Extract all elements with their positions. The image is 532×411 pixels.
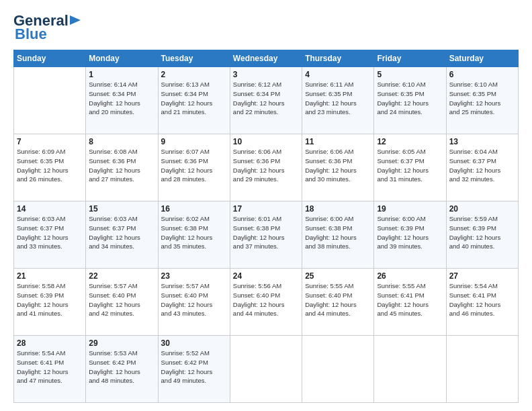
day-number: 29: [89, 338, 154, 348]
calendar-cell: 28Sunrise: 5:54 AMSunset: 6:41 PMDayligh…: [14, 336, 86, 403]
day-number: 9: [161, 137, 227, 146]
day-info: Sunrise: 6:04 AMSunset: 6:37 PMDaylight:…: [449, 147, 515, 184]
calendar-cell: 20Sunrise: 5:59 AMSunset: 6:39 PMDayligh…: [446, 201, 518, 269]
calendar-cell: 17Sunrise: 6:01 AMSunset: 6:38 PMDayligh…: [230, 201, 302, 269]
calendar-cell: 3Sunrise: 6:12 AMSunset: 6:34 PMDaylight…: [230, 67, 302, 134]
weekday-header-sunday: Sunday: [14, 50, 86, 67]
day-number: 23: [161, 271, 227, 281]
day-info: Sunrise: 5:56 AMSunset: 6:40 PMDaylight:…: [233, 281, 299, 318]
calendar-cell: 13Sunrise: 6:04 AMSunset: 6:37 PMDayligh…: [446, 134, 518, 201]
calendar-cell: 8Sunrise: 6:08 AMSunset: 6:36 PMDaylight…: [86, 134, 158, 201]
calendar-cell: 26Sunrise: 5:55 AMSunset: 6:41 PMDayligh…: [374, 269, 446, 336]
day-number: 1: [89, 70, 154, 79]
calendar-cell: [230, 336, 302, 403]
day-number: 4: [305, 70, 371, 79]
weekday-header-friday: Friday: [374, 50, 446, 67]
day-info: Sunrise: 6:08 AMSunset: 6:36 PMDaylight:…: [89, 147, 154, 184]
calendar-cell: [446, 336, 518, 403]
logo: General Blue: [13, 12, 82, 43]
calendar-cell: 30Sunrise: 5:52 AMSunset: 6:42 PMDayligh…: [158, 336, 230, 403]
day-info: Sunrise: 6:06 AMSunset: 6:36 PMDaylight:…: [305, 147, 371, 184]
day-info: Sunrise: 6:01 AMSunset: 6:38 PMDaylight:…: [233, 214, 299, 251]
day-number: 14: [17, 204, 83, 214]
logo-blue: Blue: [15, 26, 47, 43]
weekday-header-monday: Monday: [86, 50, 158, 67]
calendar-cell: 23Sunrise: 5:57 AMSunset: 6:40 PMDayligh…: [158, 269, 230, 336]
day-number: 22: [89, 271, 154, 281]
calendar-cell: [374, 336, 446, 403]
calendar-cell: 25Sunrise: 5:55 AMSunset: 6:40 PMDayligh…: [302, 269, 374, 336]
day-info: Sunrise: 5:57 AMSunset: 6:40 PMDaylight:…: [89, 281, 154, 318]
week-row-1: 1Sunrise: 6:14 AMSunset: 6:34 PMDaylight…: [14, 67, 519, 134]
day-info: Sunrise: 6:14 AMSunset: 6:34 PMDaylight:…: [89, 80, 154, 117]
calendar-cell: 21Sunrise: 5:58 AMSunset: 6:39 PMDayligh…: [14, 269, 86, 336]
day-info: Sunrise: 5:58 AMSunset: 6:39 PMDaylight:…: [17, 281, 83, 318]
calendar-cell: 11Sunrise: 6:06 AMSunset: 6:36 PMDayligh…: [302, 134, 374, 201]
day-number: 26: [377, 271, 443, 281]
calendar-cell: 4Sunrise: 6:11 AMSunset: 6:35 PMDaylight…: [302, 67, 374, 134]
weekday-header-tuesday: Tuesday: [158, 50, 230, 67]
day-number: 7: [17, 137, 83, 146]
calendar-cell: 18Sunrise: 6:00 AMSunset: 6:38 PMDayligh…: [302, 201, 374, 269]
day-info: Sunrise: 6:13 AMSunset: 6:34 PMDaylight:…: [161, 80, 227, 117]
weekday-header-saturday: Saturday: [446, 50, 518, 67]
day-info: Sunrise: 5:55 AMSunset: 6:41 PMDaylight:…: [377, 281, 443, 318]
day-info: Sunrise: 6:11 AMSunset: 6:35 PMDaylight:…: [305, 80, 371, 117]
calendar-cell: [302, 336, 374, 403]
day-number: 24: [233, 271, 299, 281]
day-number: 12: [377, 137, 443, 146]
day-info: Sunrise: 6:05 AMSunset: 6:37 PMDaylight:…: [377, 147, 443, 184]
day-number: 2: [161, 70, 227, 79]
calendar-cell: 10Sunrise: 6:06 AMSunset: 6:36 PMDayligh…: [230, 134, 302, 201]
day-info: Sunrise: 6:06 AMSunset: 6:36 PMDaylight:…: [233, 147, 299, 184]
day-number: 21: [17, 271, 83, 281]
week-row-2: 7Sunrise: 6:09 AMSunset: 6:35 PMDaylight…: [14, 134, 519, 201]
weekday-header-row: SundayMondayTuesdayWednesdayThursdayFrid…: [14, 50, 519, 67]
calendar-cell: 15Sunrise: 6:03 AMSunset: 6:37 PMDayligh…: [86, 201, 158, 269]
day-info: Sunrise: 6:12 AMSunset: 6:34 PMDaylight:…: [233, 80, 299, 117]
day-number: 25: [305, 271, 371, 281]
week-row-3: 14Sunrise: 6:03 AMSunset: 6:37 PMDayligh…: [14, 201, 519, 269]
calendar-cell: 2Sunrise: 6:13 AMSunset: 6:34 PMDaylight…: [158, 67, 230, 134]
day-info: Sunrise: 6:07 AMSunset: 6:36 PMDaylight:…: [161, 147, 227, 184]
day-info: Sunrise: 6:09 AMSunset: 6:35 PMDaylight:…: [17, 147, 83, 184]
day-info: Sunrise: 6:03 AMSunset: 6:37 PMDaylight:…: [89, 214, 154, 251]
day-info: Sunrise: 6:00 AMSunset: 6:38 PMDaylight:…: [305, 214, 371, 251]
day-number: 13: [449, 137, 515, 146]
day-info: Sunrise: 6:03 AMSunset: 6:37 PMDaylight:…: [17, 214, 83, 251]
day-number: 27: [449, 271, 515, 281]
day-info: Sunrise: 5:52 AMSunset: 6:42 PMDaylight:…: [161, 349, 227, 385]
calendar-cell: 19Sunrise: 6:00 AMSunset: 6:39 PMDayligh…: [374, 201, 446, 269]
calendar-cell: 16Sunrise: 6:02 AMSunset: 6:38 PMDayligh…: [158, 201, 230, 269]
week-row-4: 21Sunrise: 5:58 AMSunset: 6:39 PMDayligh…: [14, 269, 519, 336]
day-number: 19: [377, 204, 443, 214]
calendar-cell: 27Sunrise: 5:54 AMSunset: 6:41 PMDayligh…: [446, 269, 518, 336]
day-info: Sunrise: 6:00 AMSunset: 6:39 PMDaylight:…: [377, 214, 443, 251]
calendar-cell: 14Sunrise: 6:03 AMSunset: 6:37 PMDayligh…: [14, 201, 86, 269]
day-number: 30: [161, 338, 227, 348]
day-number: 6: [449, 70, 515, 79]
calendar-cell: 1Sunrise: 6:14 AMSunset: 6:34 PMDaylight…: [86, 67, 158, 134]
calendar-cell: 22Sunrise: 5:57 AMSunset: 6:40 PMDayligh…: [86, 269, 158, 336]
calendar-cell: 6Sunrise: 6:10 AMSunset: 6:35 PMDaylight…: [446, 67, 518, 134]
calendar-cell: 5Sunrise: 6:10 AMSunset: 6:35 PMDaylight…: [374, 67, 446, 134]
day-info: Sunrise: 5:55 AMSunset: 6:40 PMDaylight:…: [305, 281, 371, 318]
day-number: 5: [377, 70, 443, 79]
day-info: Sunrise: 6:02 AMSunset: 6:38 PMDaylight:…: [161, 214, 227, 251]
day-info: Sunrise: 5:59 AMSunset: 6:39 PMDaylight:…: [449, 214, 515, 251]
day-number: 28: [17, 338, 83, 348]
day-info: Sunrise: 5:54 AMSunset: 6:41 PMDaylight:…: [17, 349, 83, 385]
calendar-cell: 9Sunrise: 6:07 AMSunset: 6:36 PMDaylight…: [158, 134, 230, 201]
header: General Blue: [13, 12, 519, 43]
day-number: 10: [233, 137, 299, 146]
svg-marker-0: [70, 15, 81, 25]
day-number: 3: [233, 70, 299, 79]
calendar-page: General Blue SundayMondayTuesdayWednesda…: [0, 0, 532, 411]
day-number: 20: [449, 204, 515, 214]
day-info: Sunrise: 5:57 AMSunset: 6:40 PMDaylight:…: [161, 281, 227, 318]
day-info: Sunrise: 5:53 AMSunset: 6:42 PMDaylight:…: [89, 349, 154, 385]
calendar-cell: 12Sunrise: 6:05 AMSunset: 6:37 PMDayligh…: [374, 134, 446, 201]
day-info: Sunrise: 6:10 AMSunset: 6:35 PMDaylight:…: [377, 80, 443, 117]
calendar-table: SundayMondayTuesdayWednesdayThursdayFrid…: [13, 50, 519, 403]
logo-arrow-icon: [70, 14, 82, 26]
